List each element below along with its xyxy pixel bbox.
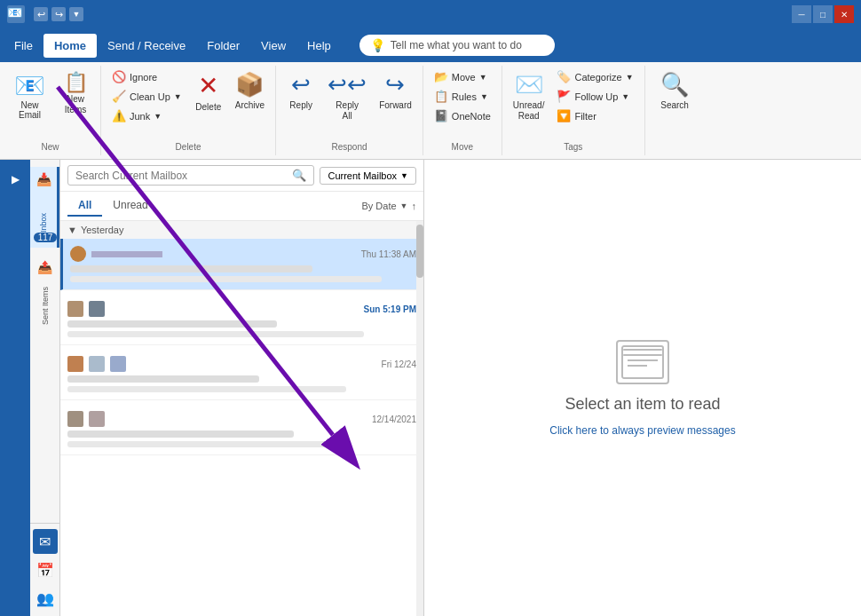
avatar2	[89, 301, 105, 317]
app-body: ▶ 📥 Inbox 117 📤 Sent Items ✉ 📅 👥	[0, 160, 861, 616]
menu-help[interactable]: Help	[296, 34, 342, 58]
quick-access-toolbar: ↩ ↪ ▼	[34, 7, 83, 21]
ribbon-group-respond: ↩ Reply ↩↩ Reply All ↪ Forward Respond	[276, 66, 423, 155]
new-items-icon: 📋	[64, 71, 88, 94]
delete-group-label: Delete	[101, 142, 275, 152]
scroll-track[interactable]	[416, 221, 423, 616]
sender-row	[67, 356, 126, 372]
maximize-button[interactable]: □	[813, 5, 833, 23]
tell-me-text: Tell me what you want to do	[391, 39, 522, 51]
categorize-arrow: ▼	[626, 73, 634, 82]
categorize-icon: 🏷️	[557, 70, 571, 83]
mail-item[interactable]: Thu 11:38 AM	[60, 239, 423, 290]
reply-button[interactable]: ↩ Reply	[281, 67, 320, 115]
onenote-icon: 📓	[434, 109, 448, 122]
junk-button[interactable]: ⚠️ Junk ▼	[107, 107, 187, 125]
reading-pane: Select an item to read Click here to alw…	[424, 160, 861, 616]
tell-me-box[interactable]: 💡 Tell me what you want to do	[359, 35, 555, 56]
mailbox-label: Current Mailbox	[328, 170, 397, 181]
search-input[interactable]	[75, 170, 287, 182]
follow-up-icon: 🚩	[557, 90, 571, 103]
follow-up-button[interactable]: 🚩 Follow Up ▼	[551, 87, 638, 106]
mail-item-top: Fri 12/24	[67, 356, 416, 372]
tab-unread[interactable]: Unread	[102, 195, 158, 217]
delete-col-3: 📦 Archive	[230, 67, 270, 129]
archive-button[interactable]: 📦 Archive	[230, 67, 270, 115]
menu-home[interactable]: Home	[43, 34, 97, 58]
reply-icon: ↩	[291, 71, 311, 99]
sort-dropdown-arrow: ▼	[400, 201, 408, 210]
mail-item[interactable]: 12/14/2021	[60, 404, 423, 455]
mail-item[interactable]: Fri 12/24	[60, 349, 423, 400]
people-nav-icon[interactable]: 👥	[33, 586, 58, 611]
new-email-button[interactable]: 📧 New Email	[5, 67, 54, 123]
mail-scroll[interactable]: ▼ Yesterday Thu 11:38 AM	[60, 221, 423, 616]
clean-up-arrow: ▼	[174, 92, 182, 101]
mail-item[interactable]: Sun 5:19 PM	[60, 294, 423, 345]
minimize-button[interactable]: ─	[792, 5, 811, 23]
sender-placeholder	[91, 251, 162, 257]
sidebar-icons: ▶	[0, 160, 30, 616]
tab-all[interactable]: All	[67, 195, 102, 217]
menu-view[interactable]: View	[250, 34, 296, 58]
filter-button[interactable]: 🔽 Filter	[551, 107, 638, 125]
customize-button[interactable]: ▼	[69, 7, 83, 21]
reading-pane-envelope-icon	[616, 340, 669, 384]
close-button[interactable]: ✕	[834, 5, 854, 23]
delete-icon: ✕	[198, 71, 218, 100]
search-ribbon-button[interactable]: 🔍 Search	[651, 67, 699, 114]
scroll-thumb[interactable]	[416, 225, 423, 278]
ribbon-group-new: 📧 New Email 📋 New Items New	[0, 66, 101, 155]
delete-group-buttons: 🚫 Ignore 🧹 Clean Up ▼ ⚠️ Junk ▼ ✕ Delete	[107, 67, 270, 154]
new-items-button[interactable]: 📋 New Items	[56, 67, 95, 119]
sender-row	[67, 411, 105, 427]
mail-item-top: Sun 5:19 PM	[67, 301, 416, 317]
onenote-button[interactable]: 📓 OneNote	[429, 107, 496, 125]
ribbon-group-search: 🔍 Search Search	[645, 66, 705, 155]
rules-button[interactable]: 📋 Rules ▼	[429, 87, 496, 106]
mail-nav-icon[interactable]: ✉	[33, 529, 58, 554]
subject-placeholder	[70, 265, 312, 272]
menu-file[interactable]: File	[4, 34, 43, 58]
unread-read-button[interactable]: ✉️ Unread/ Read	[508, 67, 550, 125]
nav-panel: 📥 Inbox 117 📤 Sent Items ✉ 📅 👥	[30, 160, 60, 616]
forward-button[interactable]: ↪ Forward	[374, 67, 417, 115]
respond-group-label: Respond	[276, 142, 423, 152]
move-button[interactable]: 📂 Move ▼	[429, 67, 496, 86]
mailbox-dropdown[interactable]: Current Mailbox ▼	[320, 167, 416, 185]
new-group-label: New	[0, 142, 100, 152]
avatar	[67, 301, 83, 317]
categorize-button[interactable]: 🏷️ Categorize ▼	[551, 67, 638, 86]
search-input-wrapper[interactable]: 🔍	[67, 165, 314, 186]
reply-all-button[interactable]: ↩↩ Reply All	[322, 67, 372, 125]
filter-icon: 🔽	[557, 109, 571, 122]
undo-button[interactable]: ↩	[34, 7, 48, 21]
ribbon-group-delete: 🚫 Ignore 🧹 Clean Up ▼ ⚠️ Junk ▼ ✕ Delete	[101, 66, 276, 155]
calendar-nav-icon[interactable]: 📅	[33, 557, 58, 582]
preview-messages-link[interactable]: Click here to always preview messages	[549, 424, 735, 437]
clean-up-button[interactable]: 🧹 Clean Up ▼	[107, 87, 187, 106]
folder-expand-button[interactable]: ▶	[3, 167, 28, 192]
menu-send-receive[interactable]: Send / Receive	[97, 34, 196, 58]
tags-col-2: 🏷️ Categorize ▼ 🚩 Follow Up ▼ 🔽 Filter	[551, 67, 638, 139]
window-controls: ─ □ ✕	[792, 5, 854, 23]
preview-placeholder	[67, 441, 329, 447]
unread-read-icon: ✉️	[515, 71, 543, 99]
mail-item-top: 12/14/2021	[67, 411, 416, 427]
inbox-nav-item[interactable]: 📥 Inbox 117	[30, 167, 59, 248]
sent-items-nav-item[interactable]: 📤 Sent Items	[30, 255, 59, 330]
sort-section[interactable]: By Date ▼ ↑	[361, 201, 416, 211]
redo-button[interactable]: ↪	[51, 7, 66, 21]
delete-button[interactable]: ✕ Delete	[189, 67, 228, 116]
sort-direction-icon[interactable]: ↑	[412, 201, 417, 211]
menu-folder[interactable]: Folder	[196, 34, 250, 58]
sender-row	[67, 301, 105, 317]
search-ribbon-icon: 🔍	[660, 71, 689, 99]
mail-list-panel: 🔍 Current Mailbox ▼ All Unread By Date ▼…	[60, 160, 424, 616]
title-bar: 📧 ↩ ↪ ▼ ─ □ ✕	[0, 0, 861, 28]
rules-icon: 📋	[434, 90, 448, 103]
lightbulb-icon: 💡	[370, 38, 385, 52]
ignore-button[interactable]: 🚫 Ignore	[107, 67, 187, 86]
search-input-icon: 🔍	[292, 169, 306, 182]
inbox-icon: 📥	[36, 172, 51, 186]
